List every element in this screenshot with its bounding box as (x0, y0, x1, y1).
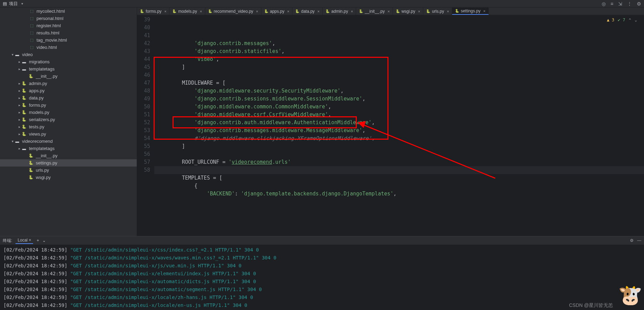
editor-tab[interactable]: 🐍settings.py× (452, 8, 489, 15)
close-icon[interactable]: × (447, 9, 449, 13)
gear-icon[interactable]: ⚙ (630, 238, 634, 243)
tree-item[interactable]: ⬚tag_movie.html (0, 36, 137, 44)
tree-item[interactable]: 🐍urls.py (0, 167, 137, 174)
tree-item[interactable]: ▸🐍views.py (0, 130, 137, 138)
code-line[interactable]: 'django.middleware.security.SecurityMidd… (154, 87, 644, 95)
line-number: 55 (137, 142, 150, 150)
code-line[interactable] (154, 166, 644, 174)
code-line[interactable]: { (154, 182, 644, 190)
tree-item[interactable]: ▾▬videorecomend (0, 138, 137, 145)
check-icon[interactable]: ✔ 7 (618, 16, 625, 24)
target-icon[interactable]: ◎ (602, 1, 606, 7)
close-icon[interactable]: × (387, 9, 389, 13)
tree-item[interactable]: ▸🐍forms.py (0, 101, 137, 109)
python-file-icon: 🐍 (21, 95, 27, 101)
close-icon[interactable]: × (200, 9, 202, 13)
code-line[interactable]: 'django.contrib.sessions.middleware.Sess… (154, 95, 644, 103)
code-line[interactable]: 'video', (154, 55, 644, 63)
code-line[interactable]: #'django.middleware.clickjacking.XFrameO… (154, 135, 644, 142)
chevron-icon[interactable]: ▸ (17, 67, 21, 71)
project-selector[interactable]: ▤ 项目 ▾ (3, 1, 23, 7)
tree-item[interactable]: ⬚mycollect.html (0, 8, 137, 15)
nav-up-icon[interactable]: ⌃ (629, 16, 631, 24)
terminal-tab-local[interactable]: Local × (15, 237, 33, 244)
chevron-icon[interactable]: ▸ (17, 96, 21, 100)
tree-item[interactable]: ⬚personal.html (0, 15, 137, 22)
chevron-icon[interactable]: ▸ (17, 110, 21, 114)
python-file-icon: 🐍 (396, 9, 400, 13)
close-icon[interactable]: × (418, 9, 420, 13)
code-line[interactable] (154, 150, 644, 158)
editor-tab[interactable]: 🐍data.py× (292, 8, 323, 15)
tree-item[interactable]: ▸🐍apps.py (0, 87, 137, 94)
editor-tab[interactable]: 🐍forms.py× (137, 8, 169, 15)
code-line[interactable]: 'django.middleware.csrf.CsrfViewMiddlewa… (154, 111, 644, 119)
nav-down-icon[interactable]: ⌄ (635, 16, 637, 24)
chevron-icon[interactable]: ▸ (17, 89, 21, 93)
collapse-icon[interactable]: ≡ (611, 1, 613, 7)
expand-icon[interactable]: ⇲ (618, 1, 622, 7)
editor-tab[interactable]: 🐍urls.py× (423, 8, 452, 15)
chevron-icon[interactable]: ▾ (10, 139, 14, 143)
chevron-icon[interactable]: ▸ (17, 132, 21, 136)
chevron-icon[interactable]: ▸ (17, 125, 21, 129)
code-editor[interactable]: ▲ 3 ✔ 7 ⌃ ⌄ 'django.contrib.messages', '… (154, 15, 644, 236)
code-line[interactable]: 'django.contrib.messages.middleware.Mess… (154, 127, 644, 135)
editor-tab[interactable]: 🐍wsgi.py× (393, 8, 423, 15)
close-icon[interactable]: × (256, 9, 258, 13)
line-number: 50 (137, 103, 150, 111)
close-icon[interactable]: × (351, 9, 353, 13)
code-line[interactable]: ROOT_URLCONF = 'videorecomend.urls' (154, 158, 644, 166)
python-file-icon: 🐍 (21, 131, 27, 137)
tree-item[interactable]: ▸▬migrations (0, 58, 137, 65)
tree-item[interactable]: ▸🐍admin.py (0, 80, 137, 87)
tree-item[interactable]: 🐍wsgi.py (0, 174, 137, 181)
close-icon[interactable]: × (483, 9, 485, 13)
code-line[interactable] (154, 71, 644, 79)
add-terminal-button[interactable]: + (37, 238, 39, 243)
tree-item[interactable]: ▸▬templatetags (0, 145, 137, 152)
editor-tab[interactable]: 🐍models.py× (169, 8, 205, 15)
code-line[interactable]: 'BACKEND': 'django.template.backends.dja… (154, 190, 644, 198)
gear-icon[interactable]: ⚙ (637, 1, 641, 7)
warning-icon[interactable]: ▲ 3 (607, 16, 614, 24)
code-line[interactable]: 'django.contrib.staticfiles', (154, 47, 644, 55)
minimize-icon[interactable]: — (637, 238, 641, 243)
chevron-icon[interactable]: ▸ (17, 147, 21, 150)
terminal-dropdown-icon[interactable]: ⌄ (42, 238, 46, 243)
chevron-icon[interactable]: ▸ (17, 60, 21, 64)
tree-item[interactable]: ⬚register.html (0, 22, 137, 29)
chevron-icon[interactable]: ▸ (17, 118, 21, 121)
tree-item[interactable]: ⬚video.html (0, 44, 137, 51)
terminal-output[interactable]: [02/Feb/2024 18:42:59] "GET /static/admi… (0, 245, 644, 310)
editor-tab[interactable]: 🐍admin.py× (323, 8, 356, 15)
tree-item[interactable]: 🐍settings.py (0, 159, 137, 167)
tree-item[interactable]: ▸🐍serializers.py (0, 116, 137, 123)
editor-tab[interactable]: 🐍apps.py× (261, 8, 292, 15)
tree-item[interactable]: ▸🐍models.py (0, 109, 137, 116)
code-line[interactable]: ] (154, 142, 644, 150)
tree-item[interactable]: ▸🐍tests.py (0, 123, 137, 130)
editor-tab[interactable]: 🐍__init__.py× (356, 8, 393, 15)
tree-item[interactable]: ▾▬video (0, 51, 137, 58)
chevron-icon[interactable]: ▸ (17, 82, 21, 85)
tree-item[interactable]: 🐍__init__.py (0, 73, 137, 80)
tree-item[interactable]: ▸▬templatetags (0, 65, 137, 73)
tree-item[interactable]: 🐍__init__.py (0, 152, 137, 159)
tree-item[interactable]: ▸🐍data.py (0, 94, 137, 101)
code-line[interactable]: 'django.middleware.common.CommonMiddlewa… (154, 103, 644, 111)
code-line[interactable]: 'django.contrib.messages', (154, 40, 644, 47)
close-icon[interactable]: × (287, 9, 289, 13)
close-icon[interactable]: × (29, 238, 31, 243)
close-icon[interactable]: × (318, 9, 320, 13)
code-line[interactable]: 'django.contrib.auth.middleware.Authenti… (154, 119, 644, 127)
editor-tab[interactable]: 🐍recommend_video.py× (205, 8, 261, 15)
code-line[interactable]: MIDDLEWARE = [ (154, 79, 644, 87)
code-line[interactable]: ] (154, 63, 644, 71)
chevron-icon[interactable]: ▸ (17, 103, 21, 107)
project-tree[interactable]: ⬚mycollect.html⬚personal.html⬚register.h… (0, 8, 137, 236)
code-line[interactable]: TEMPLATES = [ (154, 174, 644, 182)
close-icon[interactable]: × (164, 9, 166, 13)
chevron-icon[interactable]: ▾ (10, 53, 14, 56)
tree-item[interactable]: ⬚results.html (0, 29, 137, 36)
